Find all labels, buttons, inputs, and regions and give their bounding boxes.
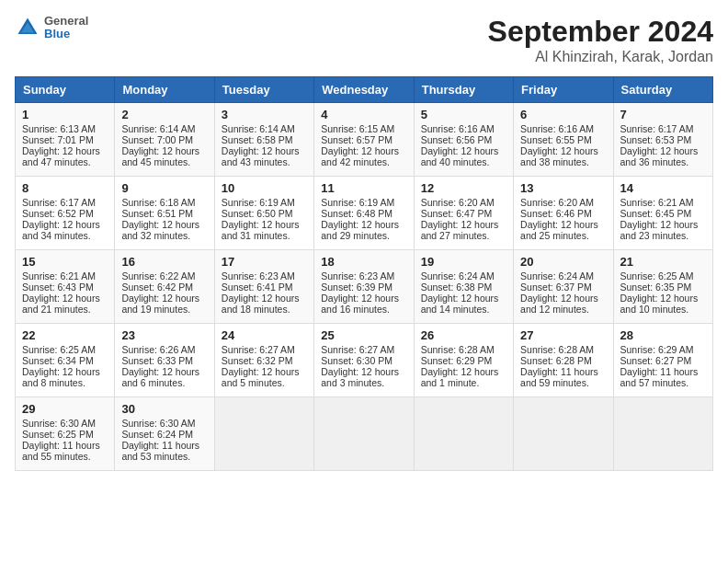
day-number: 5	[421, 108, 506, 121]
sunset-text: Sunset: 6:55 PM	[520, 134, 606, 145]
calendar-header-row: SundayMondayTuesdayWednesdayThursdayFrid…	[16, 77, 713, 103]
sunset-text: Sunset: 6:50 PM	[222, 208, 307, 219]
day-number: 13	[520, 181, 606, 195]
sunset-text: Sunset: 7:00 PM	[121, 134, 207, 145]
daylight-text: Daylight: 12 hours and 14 minutes.	[421, 293, 506, 315]
day-number: 16	[121, 255, 207, 269]
daylight-text: Daylight: 12 hours and 25 minutes.	[520, 219, 606, 241]
daylight-text: Daylight: 12 hours and 42 minutes.	[321, 145, 406, 167]
day-number: 21	[620, 255, 706, 269]
day-number: 18	[321, 255, 406, 269]
calendar-cell: 14Sunrise: 6:21 AMSunset: 6:45 PMDayligh…	[613, 177, 712, 250]
calendar-cell: 13Sunrise: 6:20 AMSunset: 6:46 PMDayligh…	[514, 177, 613, 250]
sunset-text: Sunset: 6:30 PM	[321, 355, 406, 366]
day-number: 26	[421, 328, 506, 342]
sunset-text: Sunset: 6:57 PM	[321, 134, 406, 145]
sunrise-text: Sunrise: 6:15 AM	[321, 123, 406, 134]
daylight-text: Daylight: 12 hours and 32 minutes.	[121, 219, 207, 241]
day-number: 29	[22, 402, 108, 416]
calendar-cell: 28Sunrise: 6:29 AMSunset: 6:27 PMDayligh…	[613, 324, 712, 397]
day-number: 14	[620, 181, 706, 195]
col-header-friday: Friday	[514, 77, 613, 103]
sunrise-text: Sunrise: 6:14 AM	[121, 123, 207, 134]
calendar-cell: 18Sunrise: 6:23 AMSunset: 6:39 PMDayligh…	[314, 250, 414, 324]
day-number: 15	[22, 255, 108, 269]
calendar-cell: 12Sunrise: 6:20 AMSunset: 6:47 PMDayligh…	[414, 177, 513, 250]
day-number: 23	[121, 328, 207, 342]
sunrise-text: Sunrise: 6:22 AM	[121, 270, 207, 282]
sunrise-text: Sunrise: 6:14 AM	[222, 123, 307, 134]
sunrise-text: Sunrise: 6:28 AM	[520, 344, 606, 355]
sunset-text: Sunset: 6:38 PM	[421, 282, 506, 293]
calendar-cell: 4Sunrise: 6:15 AMSunset: 6:57 PMDaylight…	[314, 103, 414, 177]
sunset-text: Sunset: 6:34 PM	[22, 355, 108, 366]
sunset-text: Sunset: 6:27 PM	[620, 355, 706, 366]
sunrise-text: Sunrise: 6:23 AM	[321, 270, 406, 282]
sunset-text: Sunset: 6:24 PM	[121, 429, 207, 440]
calendar-cell	[314, 397, 414, 471]
sunrise-text: Sunrise: 6:24 AM	[520, 270, 606, 282]
page-title: September 2024	[488, 15, 713, 49]
daylight-text: Daylight: 12 hours and 34 minutes.	[22, 219, 108, 241]
sunset-text: Sunset: 6:52 PM	[22, 208, 108, 219]
calendar-row-5: 29Sunrise: 6:30 AMSunset: 6:25 PMDayligh…	[16, 397, 713, 471]
sunset-text: Sunset: 6:56 PM	[421, 134, 506, 145]
calendar-cell: 10Sunrise: 6:19 AMSunset: 6:50 PMDayligh…	[214, 177, 313, 250]
calendar-row-2: 8Sunrise: 6:17 AMSunset: 6:52 PMDaylight…	[16, 177, 713, 250]
daylight-text: Daylight: 11 hours and 55 minutes.	[22, 440, 108, 462]
calendar-row-1: 1Sunrise: 6:13 AMSunset: 7:01 PMDaylight…	[16, 103, 713, 177]
sunset-text: Sunset: 6:35 PM	[620, 282, 706, 293]
sunrise-text: Sunrise: 6:21 AM	[22, 270, 108, 282]
sunset-text: Sunset: 6:48 PM	[321, 208, 406, 219]
sunrise-text: Sunrise: 6:20 AM	[520, 197, 606, 208]
day-number: 25	[321, 328, 406, 342]
daylight-text: Daylight: 12 hours and 5 minutes.	[222, 366, 307, 388]
calendar-cell: 5Sunrise: 6:16 AMSunset: 6:56 PMDaylight…	[414, 103, 513, 177]
page-subtitle: Al Khinzirah, Karak, Jordan	[488, 49, 713, 65]
day-number: 7	[620, 108, 706, 121]
sunset-text: Sunset: 6:43 PM	[22, 282, 108, 293]
sunrise-text: Sunrise: 6:30 AM	[22, 418, 108, 429]
sunrise-text: Sunrise: 6:27 AM	[222, 344, 307, 355]
sunrise-text: Sunrise: 6:19 AM	[321, 197, 406, 208]
sunrise-text: Sunrise: 6:29 AM	[620, 344, 706, 355]
daylight-text: Daylight: 12 hours and 47 minutes.	[22, 145, 108, 167]
calendar-cell: 8Sunrise: 6:17 AMSunset: 6:52 PMDaylight…	[16, 177, 115, 250]
day-number: 27	[520, 328, 606, 342]
calendar-cell: 16Sunrise: 6:22 AMSunset: 6:42 PMDayligh…	[115, 250, 214, 324]
daylight-text: Daylight: 12 hours and 1 minute.	[421, 366, 506, 388]
sunrise-text: Sunrise: 6:17 AM	[620, 123, 706, 134]
col-header-thursday: Thursday	[414, 77, 513, 103]
daylight-text: Daylight: 12 hours and 23 minutes.	[620, 219, 706, 241]
day-number: 28	[620, 328, 706, 342]
calendar-cell: 3Sunrise: 6:14 AMSunset: 6:58 PMDaylight…	[214, 103, 313, 177]
sunrise-text: Sunrise: 6:28 AM	[421, 344, 506, 355]
sunrise-text: Sunrise: 6:26 AM	[121, 344, 207, 355]
calendar-cell: 2Sunrise: 6:14 AMSunset: 7:00 PMDaylight…	[115, 103, 214, 177]
calendar-cell: 6Sunrise: 6:16 AMSunset: 6:55 PMDaylight…	[514, 103, 613, 177]
calendar-cell: 22Sunrise: 6:25 AMSunset: 6:34 PMDayligh…	[16, 324, 115, 397]
sunset-text: Sunset: 6:33 PM	[121, 355, 207, 366]
daylight-text: Daylight: 12 hours and 40 minutes.	[421, 145, 506, 167]
sunrise-text: Sunrise: 6:24 AM	[421, 270, 506, 282]
sunset-text: Sunset: 6:47 PM	[421, 208, 506, 219]
day-number: 3	[222, 108, 307, 121]
sunrise-text: Sunrise: 6:13 AM	[22, 123, 108, 134]
daylight-text: Daylight: 12 hours and 36 minutes.	[620, 145, 706, 167]
calendar-cell	[514, 397, 613, 471]
day-number: 10	[222, 181, 307, 195]
logo-line2: Blue	[44, 28, 88, 40]
day-number: 6	[520, 108, 606, 121]
calendar-row-4: 22Sunrise: 6:25 AMSunset: 6:34 PMDayligh…	[16, 324, 713, 397]
col-header-tuesday: Tuesday	[214, 77, 313, 103]
sunset-text: Sunset: 6:46 PM	[520, 208, 606, 219]
daylight-text: Daylight: 12 hours and 19 minutes.	[121, 293, 207, 315]
sunset-text: Sunset: 6:29 PM	[421, 355, 506, 366]
calendar-cell	[214, 397, 313, 471]
day-number: 8	[22, 181, 108, 195]
calendar-cell: 30Sunrise: 6:30 AMSunset: 6:24 PMDayligh…	[115, 397, 214, 471]
calendar-cell: 20Sunrise: 6:24 AMSunset: 6:37 PMDayligh…	[514, 250, 613, 324]
sunrise-text: Sunrise: 6:19 AM	[222, 197, 307, 208]
col-header-monday: Monday	[115, 77, 214, 103]
calendar-cell: 9Sunrise: 6:18 AMSunset: 6:51 PMDaylight…	[115, 177, 214, 250]
